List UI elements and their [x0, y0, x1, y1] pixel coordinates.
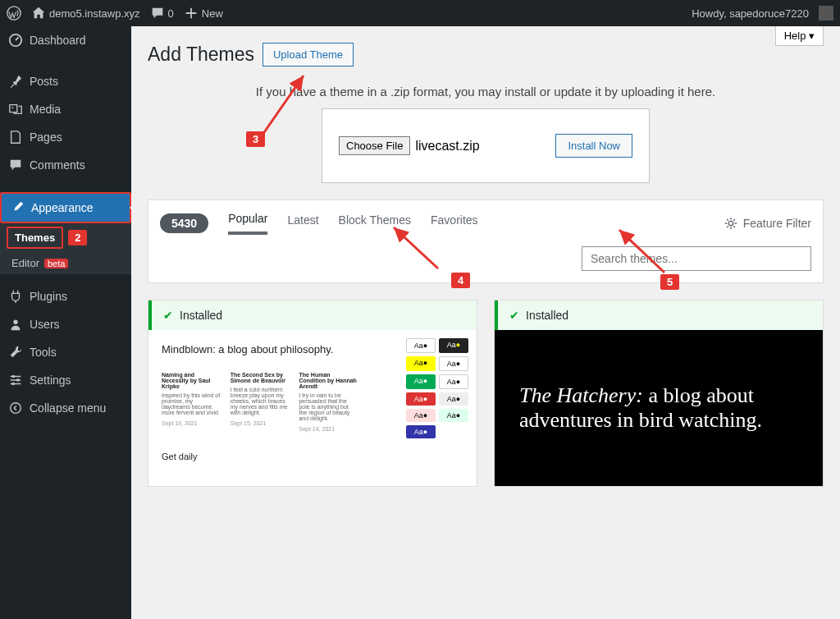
svg-point-8 [728, 221, 733, 225]
theme-preview: The Hatchery: a blog about adventures in… [495, 330, 823, 486]
howdy-link[interactable]: Howdy, sapedoruce7220 [692, 7, 809, 20]
tab-latest[interactable]: Latest [287, 213, 318, 233]
menu-pages[interactable]: Pages [0, 123, 131, 151]
installed-badge: ✔Installed [148, 300, 477, 330]
upload-theme-button[interactable]: Upload Theme [262, 43, 354, 66]
site-link[interactable]: demo5.instawp.xyz [31, 6, 140, 21]
theme-filter-bar: 5430 Popular Latest Block Themes Favorit… [148, 199, 824, 283]
page-icon [8, 130, 23, 144]
selected-file-name: livecast.zip [415, 139, 479, 154]
svg-point-4 [12, 375, 16, 378]
menu-appearance[interactable]: Appearance [0, 192, 131, 223]
annotation-3: 3 [246, 131, 265, 147]
menu-label: Settings [30, 374, 71, 387]
theme-preview: Mindblown: a blog about philosophy. Nami… [148, 330, 477, 486]
user-icon [8, 317, 23, 332]
site-name: demo5.instawp.xyz [49, 7, 140, 20]
svg-point-5 [16, 378, 20, 382]
feature-filter-button[interactable]: Feature Filter [724, 216, 811, 231]
menu-settings[interactable]: Settings [0, 366, 131, 394]
new-link[interactable]: New [184, 6, 223, 21]
settings-icon [8, 373, 23, 387]
admin-toolbar: demo5.instawp.xyz 0 New Howdy, sapedoruc… [0, 0, 840, 26]
menu-label: Collapse menu [30, 401, 106, 415]
tab-popular[interactable]: Popular [228, 212, 267, 235]
check-icon: ✔ [509, 309, 519, 322]
wp-logo[interactable] [7, 6, 21, 21]
pin-icon [8, 74, 23, 89]
theme-count: 5430 [160, 213, 208, 233]
page-title: Add Themes [148, 44, 254, 66]
menu-dashboard[interactable]: Dashboard [0, 26, 131, 54]
menu-tools[interactable]: Tools [0, 338, 131, 366]
menu-label: Comments [30, 158, 85, 172]
installed-badge: ✔Installed [495, 300, 823, 330]
avatar[interactable] [819, 6, 833, 21]
menu-label: Media [30, 103, 61, 116]
submenu-editor[interactable]: Editorbeta [0, 252, 131, 274]
menu-label: Users [30, 318, 60, 331]
menu-plugins[interactable]: Plugins [0, 282, 131, 310]
theme-card[interactable]: ✔Installed Mindblown: a blog about philo… [148, 300, 477, 487]
comments-link[interactable]: 0 [150, 6, 174, 21]
wrench-icon [8, 345, 23, 360]
annotation-2: 2 [68, 230, 87, 245]
new-label: New [202, 7, 223, 20]
svg-point-6 [12, 383, 16, 386]
menu-label: Tools [30, 346, 57, 359]
comments-count: 0 [168, 7, 174, 20]
tab-favorites[interactable]: Favorites [431, 213, 478, 233]
upload-form: Choose File livecast.zip Install Now [322, 108, 650, 183]
dashboard-icon [8, 33, 23, 48]
theme-card[interactable]: ✔Installed The Hatchery: a blog about ad… [494, 300, 824, 487]
tab-block-themes[interactable]: Block Themes [339, 213, 411, 233]
menu-label: Plugins [30, 290, 67, 303]
collapse-icon [8, 401, 23, 415]
submenu-label: Themes [15, 232, 55, 244]
beta-badge: beta [44, 259, 68, 268]
menu-label: Appearance [31, 201, 94, 214]
svg-point-3 [13, 320, 17, 324]
svg-point-7 [11, 403, 21, 414]
menu-posts[interactable]: Posts [0, 67, 131, 95]
gear-icon [724, 216, 738, 231]
menu-label: Posts [30, 75, 58, 88]
menu-users[interactable]: Users [0, 310, 131, 338]
howdy-text: Howdy, sapedoruce7220 [692, 7, 809, 20]
help-tab[interactable]: Help ▾ [775, 26, 824, 46]
choose-file-button[interactable]: Choose File [339, 136, 410, 155]
menu-label: Pages [30, 131, 62, 144]
menu-media[interactable]: Media [0, 95, 131, 123]
plugin-icon [8, 289, 23, 304]
menu-comments[interactable]: Comments [0, 151, 131, 179]
submenu-label: Editor [11, 257, 39, 269]
check-icon: ✔ [163, 309, 173, 322]
brush-icon [10, 200, 25, 215]
search-input[interactable] [582, 246, 811, 271]
main-content: Help ▾ Add Themes Upload Theme If you ha… [131, 26, 840, 619]
svg-point-2 [12, 107, 14, 108]
admin-sidebar: Dashboard Posts Media Pages Comments App… [0, 26, 131, 619]
upload-description: If you have a theme in a .zip format, yo… [131, 85, 840, 99]
menu-collapse[interactable]: Collapse menu [0, 394, 131, 422]
menu-label: Dashboard [30, 34, 86, 47]
comment-icon [8, 158, 23, 172]
install-now-button[interactable]: Install Now [555, 134, 632, 158]
media-icon [8, 102, 23, 117]
submenu-themes[interactable]: Themes [7, 227, 63, 249]
